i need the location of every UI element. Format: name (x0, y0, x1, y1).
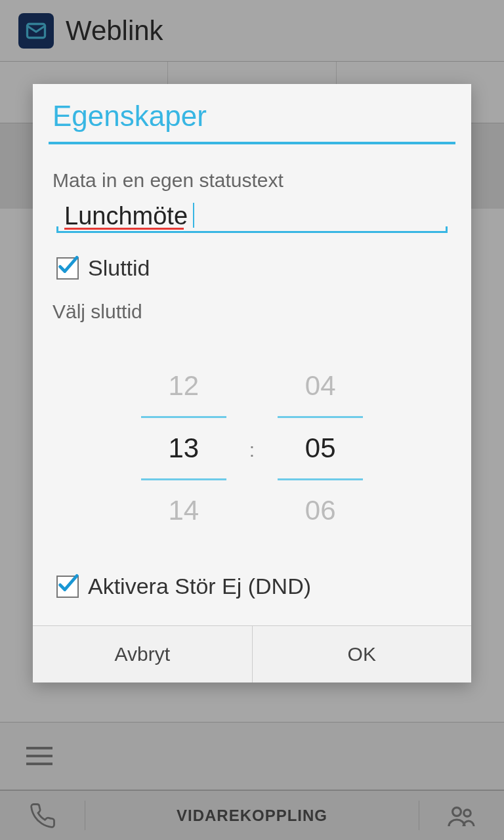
time-separator: : (249, 435, 255, 461)
ok-button[interactable]: OK (253, 626, 472, 682)
endtime-checkbox-label: Sluttid (88, 255, 150, 281)
minute-current[interactable]: 05 (305, 418, 336, 478)
hour-current[interactable]: 13 (168, 418, 199, 478)
hour-next[interactable]: 14 (168, 480, 199, 541)
dialog-button-row: Avbryt OK (33, 625, 471, 682)
minute-next[interactable]: 06 (305, 480, 336, 541)
endtime-checkbox[interactable] (56, 257, 79, 280)
wheel-divider (141, 478, 226, 480)
time-picker[interactable]: 12 13 14 : 04 05 06 (52, 356, 452, 541)
minute-prev[interactable]: 04 (305, 356, 336, 416)
wheel-divider (278, 416, 363, 418)
hour-wheel[interactable]: 12 13 14 (138, 356, 230, 541)
hour-prev[interactable]: 12 (168, 356, 199, 416)
wheel-divider (141, 416, 226, 418)
text-cursor (193, 203, 194, 228)
endtime-section-label: Välj sluttid (52, 301, 452, 323)
statustext-label: Mata in en egen statustext (52, 169, 452, 192)
input-underline (56, 231, 448, 233)
wheel-divider (278, 478, 363, 480)
dialog-title: Egenskaper (33, 84, 471, 142)
statustext-input[interactable] (56, 198, 448, 232)
dnd-checkbox-label: Aktivera Stör Ej (DND) (88, 574, 311, 599)
statustext-field-wrap (56, 198, 448, 232)
minute-wheel[interactable]: 04 05 06 (274, 356, 366, 541)
spellcheck-underline (64, 228, 184, 230)
dnd-checkbox[interactable] (56, 576, 79, 598)
cancel-button[interactable]: Avbryt (33, 626, 253, 682)
properties-dialog: Egenskaper Mata in en egen statustext Sl… (33, 84, 471, 682)
